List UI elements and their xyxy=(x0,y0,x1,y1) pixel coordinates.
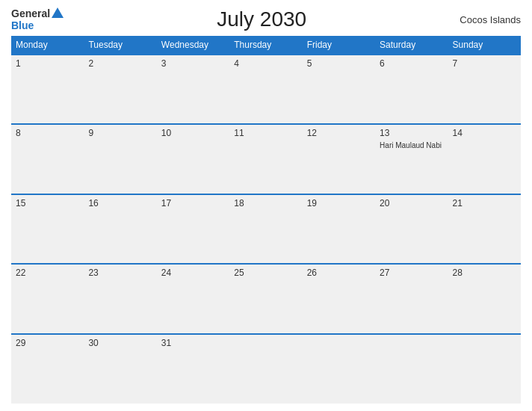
calendar-day-cell: 29 xyxy=(11,334,84,404)
calendar-day-cell: 16 xyxy=(84,194,156,264)
calendar-day-cell: 8 xyxy=(11,124,84,194)
day-number: 8 xyxy=(16,128,79,138)
calendar-week-row: 293031 xyxy=(11,334,521,404)
calendar-week-row: 1234567 xyxy=(11,55,521,124)
day-number: 12 xyxy=(307,128,371,138)
day-number: 21 xyxy=(453,198,516,208)
calendar-day-cell: 10 xyxy=(157,124,229,194)
calendar-day-cell: 12 xyxy=(303,124,375,194)
day-number: 26 xyxy=(307,268,371,278)
day-number: 18 xyxy=(234,198,297,208)
calendar-day-cell xyxy=(303,334,375,404)
region-label: Cocos Islands xyxy=(460,14,521,25)
calendar-day-cell: 4 xyxy=(229,55,302,124)
calendar-day-cell: 3 xyxy=(157,55,229,124)
logo-triangle-icon xyxy=(52,7,64,18)
day-number: 6 xyxy=(380,58,443,69)
day-number: 13 xyxy=(380,128,443,138)
calendar-day-cell: 24 xyxy=(157,264,229,333)
day-number: 20 xyxy=(380,198,443,208)
calendar-day-cell: 17 xyxy=(157,194,229,264)
calendar-title: July 2030 xyxy=(217,7,306,31)
calendar-day-cell: 27 xyxy=(375,264,448,333)
calendar-day-cell: 7 xyxy=(448,55,521,124)
day-number: 5 xyxy=(307,58,371,69)
calendar-day-cell: 2 xyxy=(84,55,156,124)
day-number: 9 xyxy=(88,128,152,138)
day-number: 29 xyxy=(16,338,79,348)
day-number: 14 xyxy=(453,128,516,138)
calendar-day-cell: 5 xyxy=(303,55,375,124)
day-number: 28 xyxy=(453,268,516,278)
calendar-table: MondayTuesdayWednesdayThursdayFridaySatu… xyxy=(11,36,521,404)
day-number: 4 xyxy=(234,58,297,69)
day-number: 30 xyxy=(88,338,152,348)
calendar-day-cell: 11 xyxy=(229,124,302,194)
day-number: 19 xyxy=(307,198,371,208)
calendar-day-cell: 25 xyxy=(229,264,302,333)
day-of-week-header: Monday xyxy=(11,36,84,55)
day-of-week-header: Sunday xyxy=(448,36,521,55)
day-of-week-header: Friday xyxy=(303,36,375,55)
calendar-day-cell: 18 xyxy=(229,194,302,264)
calendar-day-cell: 20 xyxy=(375,194,448,264)
calendar-day-cell: 9 xyxy=(84,124,156,194)
calendar-day-cell xyxy=(448,334,521,404)
day-number: 24 xyxy=(161,268,225,278)
day-number: 31 xyxy=(161,338,225,348)
calendar-day-cell: 14 xyxy=(448,124,521,194)
calendar-week-row: 8910111213Hari Maulaud Nabi14 xyxy=(11,124,521,194)
day-of-week-header: Wednesday xyxy=(157,36,229,55)
day-number: 11 xyxy=(234,128,297,138)
calendar-day-cell xyxy=(229,334,302,404)
calendar-header-row: MondayTuesdayWednesdayThursdayFridaySatu… xyxy=(11,36,521,55)
calendar-day-cell: 31 xyxy=(157,334,229,404)
calendar-day-cell: 19 xyxy=(303,194,375,264)
day-number: 15 xyxy=(16,198,79,208)
calendar-week-row: 15161718192021 xyxy=(11,194,521,264)
day-number: 7 xyxy=(453,58,516,69)
calendar-day-cell: 28 xyxy=(448,264,521,333)
day-of-week-header: Tuesday xyxy=(84,36,156,55)
calendar-header: General Blue July 2030 Cocos Islands xyxy=(11,7,521,31)
day-of-week-header: Saturday xyxy=(375,36,448,55)
logo-general-text: General xyxy=(11,7,50,19)
calendar-day-cell: 1 xyxy=(11,55,84,124)
logo: General Blue xyxy=(11,7,64,31)
calendar-week-row: 22232425262728 xyxy=(11,264,521,333)
calendar-day-cell: 23 xyxy=(84,264,156,333)
holiday-name: Hari Maulaud Nabi xyxy=(380,140,443,150)
calendar-day-cell: 6 xyxy=(375,55,448,124)
day-number: 16 xyxy=(88,198,152,208)
calendar-day-cell: 22 xyxy=(11,264,84,333)
day-number: 10 xyxy=(161,128,225,138)
day-number: 22 xyxy=(16,268,79,278)
day-of-week-header: Thursday xyxy=(229,36,302,55)
day-number: 23 xyxy=(88,268,152,278)
day-number: 2 xyxy=(88,58,152,69)
calendar-day-cell: 26 xyxy=(303,264,375,333)
calendar-day-cell: 15 xyxy=(11,194,84,264)
calendar-day-cell xyxy=(375,334,448,404)
calendar-day-cell: 13Hari Maulaud Nabi xyxy=(375,124,448,194)
calendar-day-cell: 21 xyxy=(448,194,521,264)
day-number: 25 xyxy=(234,268,297,278)
day-number: 1 xyxy=(16,58,79,69)
day-number: 17 xyxy=(161,198,225,208)
logo-blue-text: Blue xyxy=(11,19,34,31)
day-number: 27 xyxy=(380,268,443,278)
calendar-day-cell: 30 xyxy=(84,334,156,404)
day-number: 3 xyxy=(161,58,225,69)
